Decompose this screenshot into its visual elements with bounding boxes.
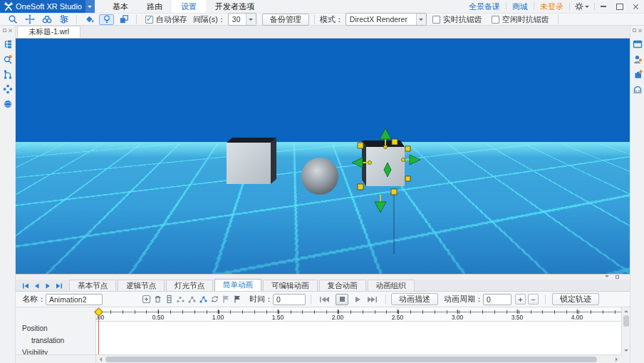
- tab-simple-animation[interactable]: 简单动画: [214, 279, 261, 291]
- film-icon[interactable]: [164, 294, 175, 305]
- scroll-up-icon[interactable]: [622, 307, 630, 315]
- collapse-panel-icon[interactable]: [604, 275, 609, 280]
- settings-gear-icon[interactable]: [570, 2, 594, 11]
- bulb-icon[interactable]: [99, 14, 114, 25]
- tab-light-nodes[interactable]: 灯光节点: [166, 280, 213, 291]
- close-panel-icon[interactable]: [615, 275, 620, 280]
- flag-end-icon[interactable]: [232, 294, 243, 305]
- scroll-left-icon[interactable]: [96, 355, 105, 363]
- timeline-panel: Position translation Visibility 0.00 0.5…: [16, 307, 630, 363]
- name-label: 名称：: [22, 294, 46, 305]
- minimize-button[interactable]: [595, 0, 611, 13]
- period-label: 动画周期：: [444, 294, 483, 305]
- app-menu-caret-icon[interactable]: [85, 0, 95, 13]
- globe-icon[interactable]: [2, 98, 13, 109]
- horizontal-scroll-thumb[interactable]: [105, 357, 597, 362]
- branch-icon[interactable]: [187, 294, 197, 305]
- fill-icon[interactable]: [82, 14, 97, 25]
- resource-icon[interactable]: [632, 83, 643, 94]
- panorama-link[interactable]: 全景备课: [463, 1, 506, 12]
- search-icon[interactable]: [5, 14, 20, 25]
- timeline-ruler[interactable]: 0.00 0.50 1.00 1.50 2.00 2.50 3.00 3.50 …: [96, 307, 621, 322]
- realtime-aa-label: 实时抗锯齿: [443, 14, 482, 25]
- track-row-translation[interactable]: translation: [16, 334, 95, 347]
- clone-icon[interactable]: [116, 14, 131, 25]
- timeline-vertical-scrollbar[interactable]: [621, 307, 630, 354]
- skip-to-start-icon[interactable]: [316, 296, 333, 303]
- last-tab-icon[interactable]: [56, 283, 63, 289]
- stop-icon: [340, 297, 345, 302]
- stop-button[interactable]: [336, 294, 348, 305]
- checkbox-icon: [432, 16, 440, 24]
- hierarchy-icon[interactable]: [2, 68, 13, 79]
- add-keyframe-icon[interactable]: [141, 294, 152, 305]
- login-link[interactable]: 未登录: [534, 1, 569, 12]
- period-input[interactable]: [483, 294, 511, 305]
- plugin-icon[interactable]: [632, 68, 643, 79]
- selected-cube[interactable]: [352, 128, 420, 254]
- tab-animation-group[interactable]: 动画组织: [368, 280, 415, 291]
- period-decrease-button[interactable]: −: [528, 294, 539, 305]
- browser-icon[interactable]: [632, 39, 643, 49]
- panel-pin-icon[interactable]: [633, 29, 636, 32]
- branch-active-icon[interactable]: [198, 294, 209, 305]
- store-link[interactable]: 商城: [507, 1, 534, 12]
- gray-sphere[interactable]: [301, 158, 338, 195]
- panel-splitter[interactable]: [16, 274, 630, 280]
- tab-logic-nodes[interactable]: 逻辑节点: [118, 280, 165, 291]
- ruler-label: 1.00: [212, 314, 224, 321]
- badge-icon[interactable]: [632, 53, 643, 64]
- panel-close-icon[interactable]: [638, 29, 642, 32]
- viewport-3d[interactable]: [16, 39, 630, 274]
- prev-tab-icon[interactable]: [34, 283, 40, 289]
- playhead[interactable]: [98, 312, 99, 354]
- interval-select[interactable]: 30: [228, 13, 256, 26]
- scroll-right-icon[interactable]: [613, 355, 621, 363]
- panel-close-icon[interactable]: [9, 29, 12, 32]
- binoculars-icon[interactable]: [39, 14, 54, 25]
- tab-basic-nodes[interactable]: 基本节点: [69, 280, 116, 291]
- nodes-icon[interactable]: [2, 83, 13, 94]
- timeline-horizontal-scrollbar[interactable]: [96, 354, 621, 363]
- app-logo-block: OneSoft XR Studio: [0, 0, 95, 13]
- lock-track-button[interactable]: 锁定轨迹: [552, 293, 599, 305]
- idle-aa-checkbox[interactable]: 空闲时抗锯齿: [492, 14, 549, 25]
- next-tab-icon[interactable]: [45, 283, 51, 289]
- close-button[interactable]: [628, 0, 644, 13]
- keyframe-area[interactable]: [96, 322, 621, 354]
- menu-settings[interactable]: 设置: [172, 0, 206, 13]
- skip-to-end-icon[interactable]: [364, 296, 380, 303]
- animation-describe-button[interactable]: 动画描述: [391, 293, 438, 305]
- vertical-scroll-thumb[interactable]: [623, 315, 629, 327]
- filter-icon[interactable]: [56, 14, 71, 25]
- divider: [385, 295, 386, 304]
- outline-icon[interactable]: [2, 39, 13, 49]
- move-icon[interactable]: [22, 14, 37, 25]
- play-button[interactable]: [351, 296, 364, 303]
- backup-manage-button[interactable]: 备份管理: [262, 14, 309, 26]
- menu-route[interactable]: 路由: [137, 0, 172, 13]
- scatter-icon[interactable]: [175, 294, 186, 305]
- first-tab-icon[interactable]: [22, 283, 29, 289]
- restore-button[interactable]: [611, 0, 628, 13]
- tab-composite-animation[interactable]: 复合动画: [319, 280, 366, 291]
- gray-cube[interactable]: [227, 138, 276, 184]
- menu-developer-options[interactable]: 开发者选项: [206, 0, 264, 13]
- autosave-checkbox[interactable]: 自动保存: [145, 14, 187, 25]
- loop-icon[interactable]: [209, 294, 220, 305]
- search-gear-icon[interactable]: [2, 53, 13, 64]
- renderer-select[interactable]: DirectX Renderer: [346, 13, 427, 26]
- document-tabstrip: 未标题-1.wrl: [16, 26, 630, 39]
- flag-start-icon[interactable]: [221, 294, 232, 305]
- realtime-aa-checkbox[interactable]: 实时抗锯齿: [432, 14, 482, 25]
- time-input[interactable]: [273, 294, 306, 305]
- period-increase-button[interactable]: +: [515, 294, 526, 305]
- panel-pin-icon[interactable]: [3, 29, 6, 32]
- scroll-down-icon[interactable]: [622, 347, 630, 354]
- track-row-position[interactable]: Position: [16, 322, 95, 334]
- delete-icon[interactable]: [152, 294, 163, 305]
- tab-editable-animation[interactable]: 可编辑动画: [263, 280, 318, 291]
- animation-name-input[interactable]: [46, 294, 103, 305]
- menu-basic[interactable]: 基本: [103, 0, 137, 13]
- document-tab[interactable]: 未标题-1.wrl: [17, 26, 80, 38]
